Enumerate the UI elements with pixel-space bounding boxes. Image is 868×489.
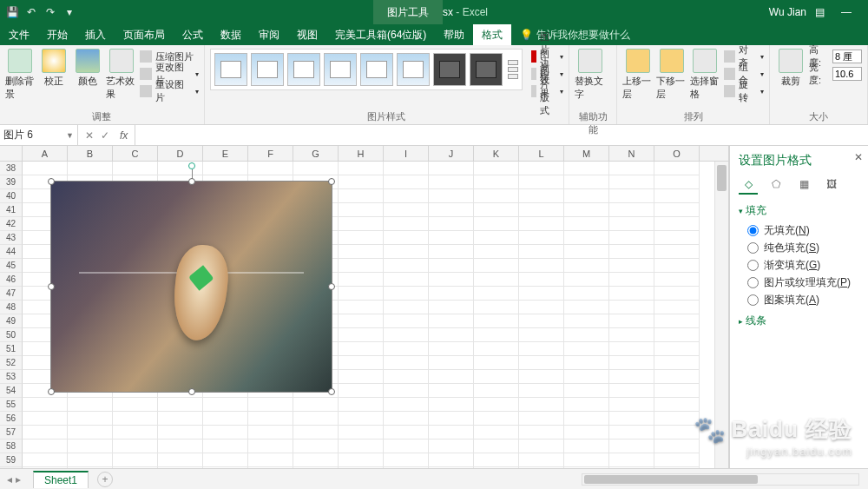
picture-styles-gallery[interactable] — [210, 49, 523, 90]
cell[interactable] — [429, 287, 474, 301]
cell[interactable] — [654, 259, 700, 273]
cell[interactable] — [339, 412, 384, 426]
cell[interactable] — [519, 259, 564, 273]
cell[interactable] — [339, 467, 384, 468]
row-header[interactable]: 50 — [0, 328, 23, 342]
row-header[interactable]: 41 — [0, 203, 23, 217]
cell[interactable] — [654, 162, 700, 175]
cell[interactable] — [564, 301, 609, 314]
cell[interactable] — [429, 217, 474, 231]
cell[interactable] — [519, 412, 564, 426]
cell[interactable] — [609, 217, 654, 231]
cell[interactable] — [23, 398, 68, 412]
cell[interactable] — [429, 189, 474, 203]
cell[interactable] — [248, 162, 293, 175]
cell[interactable] — [474, 467, 519, 468]
cell[interactable] — [384, 412, 429, 426]
cell[interactable] — [609, 273, 654, 287]
cell[interactable] — [113, 453, 158, 467]
cell[interactable] — [113, 412, 158, 426]
cell[interactable] — [654, 398, 700, 412]
column-header[interactable]: C — [113, 146, 158, 161]
cell[interactable] — [68, 467, 113, 468]
cell[interactable] — [474, 412, 519, 426]
cell[interactable] — [384, 217, 429, 231]
cell[interactable] — [203, 439, 248, 453]
section-line[interactable]: 线条 — [739, 314, 859, 328]
cell[interactable] — [609, 412, 654, 426]
corrections-button[interactable]: 校正 — [39, 49, 69, 88]
cell[interactable] — [384, 384, 429, 398]
worksheet-grid[interactable]: ABCDEFGHIJKLMNO 383940414243444546474849… — [0, 146, 729, 468]
cell[interactable] — [654, 189, 700, 203]
cell[interactable] — [564, 245, 609, 259]
rotate-handle[interactable] — [188, 162, 195, 169]
cell[interactable] — [384, 467, 429, 468]
cell[interactable] — [429, 467, 474, 468]
cell[interactable] — [609, 342, 654, 356]
column-header[interactable]: A — [23, 146, 68, 161]
cell[interactable] — [203, 412, 248, 426]
row-header[interactable]: 49 — [0, 314, 23, 328]
cell[interactable] — [339, 217, 384, 231]
cell[interactable] — [429, 453, 474, 467]
cell[interactable] — [339, 398, 384, 412]
cell[interactable] — [609, 370, 654, 384]
cell[interactable] — [384, 453, 429, 467]
cell[interactable] — [564, 162, 609, 175]
cell[interactable] — [474, 439, 519, 453]
cell[interactable] — [654, 412, 700, 426]
cell[interactable] — [519, 384, 564, 398]
cell[interactable] — [564, 314, 609, 328]
cell[interactable] — [248, 467, 293, 468]
cell[interactable] — [203, 426, 248, 439]
vertical-scrollbar[interactable] — [714, 162, 728, 468]
selection-pane-button[interactable]: 选择窗格 — [690, 49, 720, 101]
column-header[interactable]: L — [519, 146, 564, 161]
cell[interactable] — [609, 328, 654, 342]
tab-data[interactable]: 数据 — [212, 24, 250, 45]
cell[interactable] — [429, 203, 474, 217]
fill-option[interactable]: 纯色填充(S) — [739, 239, 859, 256]
effects-icon[interactable]: ⬠ — [766, 175, 786, 195]
cell[interactable] — [429, 426, 474, 439]
resize-handle[interactable] — [48, 388, 55, 395]
cell[interactable] — [339, 384, 384, 398]
cell[interactable] — [564, 231, 609, 245]
row-header[interactable]: 60 — [0, 467, 23, 468]
tab-addin[interactable]: 完美工具箱(64位版) — [326, 24, 435, 45]
cell[interactable] — [429, 231, 474, 245]
tab-format[interactable]: 格式 — [473, 24, 511, 45]
cell[interactable] — [429, 175, 474, 189]
cell[interactable] — [429, 370, 474, 384]
user-name[interactable]: Wu Jian — [769, 6, 806, 18]
column-header[interactable]: K — [474, 146, 519, 161]
style-thumb[interactable] — [360, 53, 393, 86]
cell[interactable] — [474, 245, 519, 259]
column-header[interactable]: F — [248, 146, 293, 161]
cell[interactable] — [339, 314, 384, 328]
style-thumb[interactable] — [251, 53, 284, 86]
cell[interactable] — [609, 203, 654, 217]
cell[interactable] — [564, 412, 609, 426]
row-header[interactable]: 52 — [0, 356, 23, 370]
cell[interactable] — [519, 370, 564, 384]
cell[interactable] — [158, 412, 203, 426]
cell[interactable] — [654, 231, 700, 245]
cell[interactable] — [609, 231, 654, 245]
row-header[interactable]: 40 — [0, 189, 23, 203]
cell[interactable] — [384, 259, 429, 273]
cell[interactable] — [23, 426, 68, 439]
cell[interactable] — [519, 342, 564, 356]
cell[interactable] — [429, 398, 474, 412]
tell-me[interactable]: 💡 告诉我你想要做什么 — [511, 24, 639, 45]
minimize-button[interactable]: — — [833, 6, 859, 18]
cell[interactable] — [339, 370, 384, 384]
column-header[interactable]: O — [654, 146, 700, 161]
cell[interactable] — [68, 453, 113, 467]
cell[interactable] — [293, 453, 339, 467]
cell[interactable] — [609, 314, 654, 328]
resize-handle[interactable] — [328, 178, 335, 185]
cell[interactable] — [68, 398, 113, 412]
row-header[interactable]: 39 — [0, 175, 23, 189]
